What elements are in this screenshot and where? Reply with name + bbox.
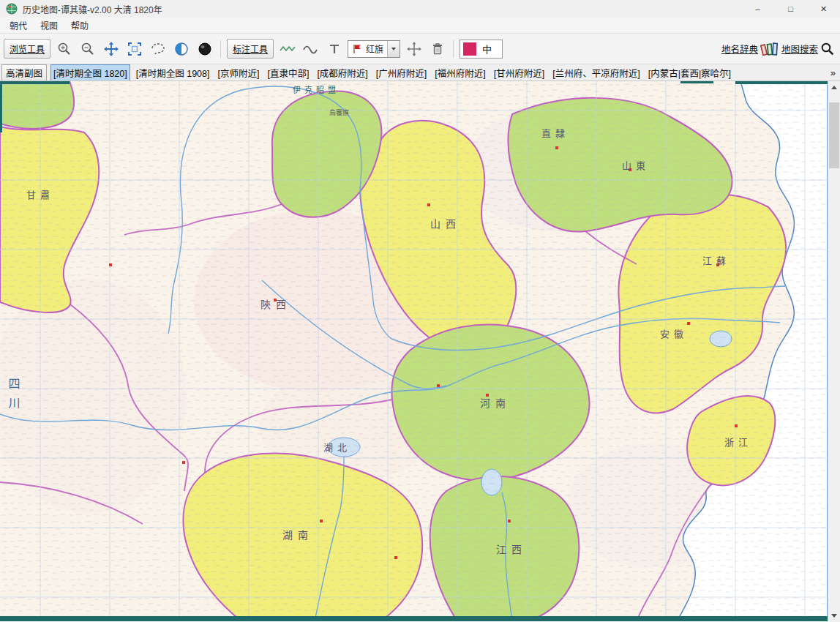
- dark-sphere-button[interactable]: [195, 39, 214, 59]
- toolbar-separator: [453, 40, 454, 58]
- flag-style-select[interactable]: 红旗: [348, 40, 400, 58]
- map-label: 伊克昭盟: [293, 86, 340, 94]
- minimize-button[interactable]: –: [741, 0, 774, 18]
- scroll-up-arrow-icon: [831, 86, 837, 89]
- tab-qing-1908[interactable]: [清时期全图 1908]: [134, 65, 212, 80]
- flag-style-dropdown-arrow[interactable]: [387, 41, 400, 57]
- tab-hd-submap[interactable]: 高清副图: [1, 64, 47, 81]
- close-button[interactable]: ✕: [807, 0, 840, 18]
- map-label: 直隸: [541, 128, 569, 139]
- map-label: 山東: [622, 160, 650, 171]
- tab-overflow-chevron[interactable]: »: [828, 67, 839, 78]
- wave-line-button[interactable]: [277, 39, 297, 59]
- menu-bar: 朝代 视图 帮助: [0, 18, 840, 34]
- tab-neimenggu[interactable]: [内蒙古|套西|察哈尔]: [646, 65, 733, 80]
- tab-qing-1820[interactable]: [清时期全图 1820]: [50, 64, 130, 81]
- window-controls: – □ ✕: [741, 0, 840, 18]
- map-label: 河南: [480, 397, 511, 409]
- annotate-tools-button[interactable]: 标注工具: [227, 39, 274, 59]
- map-label: 山西: [430, 218, 461, 230]
- map-label: 烏審旗: [329, 108, 349, 116]
- scroll-down-button[interactable]: [828, 610, 840, 622]
- place-dictionary-button[interactable]: 地名辞典: [721, 42, 758, 56]
- tab-zhili-central[interactable]: [直隶中部]: [265, 65, 311, 80]
- toolbar-right-group: 地名辞典 地图搜索: [721, 41, 836, 57]
- search-icon: [820, 42, 835, 56]
- curve-line-icon: [302, 43, 320, 55]
- curve-line-button[interactable]: [301, 39, 320, 59]
- pan-button[interactable]: [101, 39, 121, 59]
- browse-tools-button[interactable]: 浏览工具: [4, 39, 50, 59]
- lasso-select-icon: [150, 42, 166, 56]
- map-label: 江蘇: [702, 255, 730, 266]
- tab-lanzhou-pingliang[interactable]: [兰州府、平凉府附近]: [550, 65, 642, 80]
- scroll-up-button[interactable]: [828, 81, 840, 94]
- app-icon: [6, 3, 18, 15]
- fit-view-icon: [127, 42, 142, 56]
- zoom-in-button[interactable]: [54, 39, 74, 59]
- zoom-out-icon: [80, 42, 95, 56]
- delete-annotation-button[interactable]: [427, 39, 447, 59]
- tab-chengdu[interactable]: [成都府附近]: [315, 65, 370, 80]
- tab-guangzhou[interactable]: [广州府附近]: [374, 65, 429, 80]
- move-icon: [407, 42, 421, 56]
- toolbar-separator: [220, 40, 221, 58]
- title-bar[interactable]: 历史地图-谭其骧-v2.00 大清 1820年 – □ ✕: [0, 0, 840, 18]
- map-canvas[interactable]: 伊克昭盟 烏審旗 山西 陝西 河南 湖北 湖南 江西 安徽 江蘇 浙江 山東 直…: [0, 81, 828, 621]
- flag-style-value: 红旗: [366, 42, 383, 55]
- marker-preview-box[interactable]: 中: [460, 40, 503, 59]
- map-viewport: 伊克昭盟 烏審旗 山西 陝西 河南 湖北 湖南 江西 安徽 江蘇 浙江 山東 直…: [0, 81, 840, 622]
- move-annotation-button[interactable]: [404, 39, 424, 59]
- map-vertical-scrollbar[interactable]: [828, 81, 840, 622]
- map-label: 四川: [7, 378, 20, 416]
- marker-text: 中: [482, 42, 492, 56]
- pan-icon: [104, 42, 119, 56]
- scrollbar-track[interactable]: [828, 94, 840, 610]
- map-label: 浙江: [724, 437, 752, 448]
- wave-line-icon: [279, 43, 296, 55]
- toolbar: 浏览工具: [0, 34, 840, 64]
- scrollbar-thumb[interactable]: [829, 102, 839, 168]
- menu-view[interactable]: 视图: [34, 18, 64, 33]
- map-label: 江西: [496, 544, 527, 555]
- text-tool-icon: [328, 42, 341, 56]
- trash-icon: [431, 42, 444, 56]
- map-label: 湖南: [282, 529, 313, 541]
- books-icon: [760, 41, 779, 57]
- contrast-sphere-button[interactable]: [171, 39, 191, 59]
- menu-dynasty[interactable]: 朝代: [3, 18, 34, 33]
- map-label: 陝西: [260, 299, 291, 310]
- red-flag-icon: [351, 43, 362, 55]
- map-label: 甘肅: [26, 190, 54, 201]
- marker-color-swatch: [463, 42, 476, 56]
- zoom-in-icon: [57, 42, 72, 56]
- lasso-select-button[interactable]: [148, 39, 168, 59]
- tab-fuzhou[interactable]: [福州府附近]: [432, 65, 487, 80]
- window-title: 历史地图-谭其骧-v2.00 大清 1820年: [23, 3, 162, 15]
- menu-help[interactable]: 帮助: [64, 18, 95, 33]
- scroll-down-arrow-icon: [831, 614, 837, 618]
- map-label: 安徽: [660, 329, 688, 340]
- zoom-out-button[interactable]: [78, 39, 97, 59]
- contrast-sphere-icon: [174, 42, 189, 56]
- app-window: 历史地图-谭其骧-v2.00 大清 1820年 – □ ✕ 朝代 视图 帮助 浏…: [0, 0, 840, 622]
- text-tool-button[interactable]: [324, 39, 344, 59]
- map-text-noise: [0, 81, 828, 616]
- fit-view-button[interactable]: [124, 39, 144, 59]
- map-label: 湖北: [323, 442, 351, 453]
- tab-jingshi[interactable]: [京师附近]: [215, 65, 261, 80]
- map-search-button[interactable]: 地图搜索: [781, 42, 818, 56]
- tab-ganzhou[interactable]: [甘州府附近]: [492, 65, 547, 80]
- map-tab-bar: 高清副图 [清时期全图 1820] [清时期全图 1908] [京师附近] [直…: [0, 64, 840, 81]
- maximize-button[interactable]: □: [774, 0, 807, 18]
- dark-sphere-icon: [198, 42, 212, 56]
